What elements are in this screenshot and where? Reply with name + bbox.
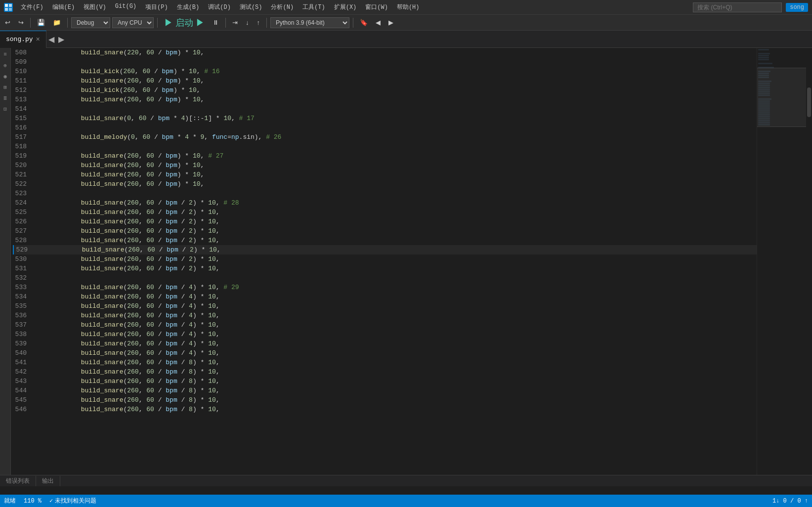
menu-build[interactable]: 生成(B): [173, 2, 204, 12]
line-code[interactable]: build_snare(260, 60 / bpm / 2) * 10,: [35, 226, 757, 236]
line-code[interactable]: build_snare(260, 60 / bpm / 2) * 10,: [36, 245, 757, 254]
menu-help[interactable]: 帮助(H): [393, 2, 424, 12]
step-over-button[interactable]: ⇥: [229, 17, 241, 28]
separator-5: [266, 18, 267, 28]
next-bookmark-button[interactable]: ▶: [385, 17, 396, 28]
run-button[interactable]: ▶ 启动 ▶: [161, 15, 208, 30]
step-out-button[interactable]: ↑: [254, 17, 263, 28]
code-line: 534 build_snare(260, 60 / bpm / 4) * 10,: [13, 292, 757, 301]
line-code[interactable]: build_snare(260, 60 / bpm / 4) * 10,: [35, 320, 757, 330]
line-code[interactable]: build_snare(260, 60 / bpm / 4) * 10,: [35, 348, 757, 358]
menu-extensions[interactable]: 扩展(X): [330, 2, 361, 12]
code-line: 509: [13, 57, 757, 67]
menu-debug[interactable]: 调试(D): [204, 2, 235, 12]
check-icon: ✓: [49, 497, 53, 505]
line-code[interactable]: build_snare(260, 60 / bpm / 8) * 10,: [35, 386, 757, 395]
menu-git[interactable]: Git(G): [111, 2, 140, 12]
line-code[interactable]: build_snare(260, 60 / bpm / 2) * 10, # 2…: [35, 198, 757, 208]
step-into-button[interactable]: ↓: [243, 17, 252, 28]
open-button[interactable]: 📁: [50, 17, 64, 28]
line-code[interactable]: build_snare(260, 60 / bpm) * 10,: [35, 76, 757, 85]
line-code[interactable]: build_snare(260, 60 / bpm / 4) * 10,: [35, 339, 757, 348]
line-code[interactable]: build_snare(260, 60 / bpm / 8) * 10,: [35, 367, 757, 377]
line-code[interactable]: build_snare(260, 60 / bpm / 8) * 10,: [35, 395, 757, 405]
platform-select[interactable]: Any CPU x64 x86: [112, 17, 154, 28]
bottom-area: 错误列表 输出: [0, 475, 812, 486]
line-code[interactable]: build_snare(260, 60 / bpm / 4) * 10,: [35, 292, 757, 301]
line-code[interactable]: build_snare(260, 60 / bpm / 4) * 10,: [35, 330, 757, 339]
line-code[interactable]: build_snare(260, 60 / bpm / 4) * 10, # 2…: [35, 283, 757, 292]
menu-tools[interactable]: 工具(T): [299, 2, 329, 12]
line-code[interactable]: build_snare(260, 60 / bpm / 4) * 10,: [35, 301, 757, 311]
bottom-tab-output[interactable]: 输出: [36, 476, 60, 486]
line-code[interactable]: build_snare(260, 60 / bpm / 2) * 10,: [35, 236, 757, 245]
menu-window[interactable]: 窗口(W): [361, 2, 392, 12]
tab-scroll-left[interactable]: ◀: [46, 35, 56, 44]
code-line: 546 build_snare(260, 60 / bpm / 8) * 10,: [13, 405, 757, 414]
line-code[interactable]: build_snare(260, 60 / bpm) * 10,: [35, 179, 757, 189]
line-number: 544: [13, 386, 35, 395]
window-title: song: [786, 3, 808, 12]
line-code[interactable]: build_snare(260, 60 / bpm / 4) * 10,: [35, 311, 757, 320]
sidebar-icon-circle[interactable]: ◉: [1, 72, 10, 81]
line-code[interactable]: build_snare(260, 60 / bpm) * 10,: [35, 95, 757, 104]
line-code[interactable]: build_melody(0, 60 / bpm * 4 * 9, func=n…: [35, 132, 757, 142]
line-code[interactable]: build_snare(0, 60 / bpm * 4)[::-1] * 10,…: [35, 114, 757, 123]
line-code[interactable]: build_kick(260, 60 / bpm) * 10, # 16: [35, 67, 757, 76]
code-line: 519 build_snare(260, 60 / bpm) * 10, # 2…: [13, 151, 757, 161]
bottom-tab-errors[interactable]: 错误列表: [0, 476, 36, 486]
line-number: 520: [13, 161, 35, 170]
vertical-scrollbar[interactable]: [806, 48, 812, 475]
undo-button[interactable]: ↩: [2, 17, 13, 28]
menu-test[interactable]: 测试(S): [236, 2, 266, 12]
code-line: 540 build_snare(260, 60 / bpm / 4) * 10,: [13, 348, 757, 358]
line-code[interactable]: build_snare(260, 60 / bpm / 2) * 10,: [35, 254, 757, 264]
line-code[interactable]: build_snare(260, 60 / bpm / 2) * 10,: [35, 264, 757, 273]
tab-song-py[interactable]: song.py ×: [0, 31, 46, 48]
scrollbar-thumb[interactable]: [807, 87, 811, 117]
line-code[interactable]: build_snare(260, 60 / bpm) * 10,: [35, 161, 757, 170]
svg-rect-0: [5, 4, 8, 7]
line-code[interactable]: build_kick(260, 60 / bpm) * 10,: [35, 85, 757, 95]
bookmark-button[interactable]: 🔖: [357, 17, 371, 28]
line-number: 527: [13, 226, 35, 236]
line-code[interactable]: build_snare(260, 60 / bpm / 8) * 10,: [35, 377, 757, 386]
line-code[interactable]: build_snare(260, 60 / bpm / 2) * 10,: [35, 217, 757, 226]
search-input[interactable]: [693, 2, 782, 12]
line-number: 545: [13, 395, 35, 405]
line-code[interactable]: build_snare(260, 60 / bpm) * 10, # 27: [35, 151, 757, 161]
code-line: 520 build_snare(260, 60 / bpm) * 10,: [13, 161, 757, 170]
tab-close-button[interactable]: ×: [36, 36, 40, 43]
line-number: 511: [13, 76, 35, 85]
save-button[interactable]: 💾: [34, 17, 48, 28]
line-number: 522: [13, 179, 35, 189]
status-zoom[interactable]: 110 %: [24, 498, 42, 505]
sidebar-icon-grid[interactable]: ⊞: [1, 83, 10, 91]
code-line: 523: [13, 189, 757, 198]
line-number: 541: [13, 358, 35, 367]
menu-file[interactable]: 文件(F): [17, 2, 47, 12]
line-code[interactable]: build_snare(260, 60 / bpm / 2) * 10,: [35, 208, 757, 217]
pause-button[interactable]: ⏸: [210, 17, 222, 28]
menu-project[interactable]: 项目(P): [141, 2, 172, 12]
line-code[interactable]: build_snare(260, 60 / bpm / 8) * 10,: [35, 358, 757, 367]
redo-button[interactable]: ↪: [15, 17, 27, 28]
prev-bookmark-button[interactable]: ◀: [373, 17, 384, 28]
sidebar-icon-menu[interactable]: ≡: [1, 50, 10, 59]
python-interpreter-select[interactable]: Python 3.9 (64-bit) Python 3.8 (64-bit): [270, 17, 349, 28]
menu-analyze[interactable]: 分析(N): [267, 2, 298, 12]
line-code[interactable]: build_snare(260, 60 / bpm) * 10,: [35, 170, 757, 179]
line-number: 523: [13, 189, 35, 198]
code-line: 533 build_snare(260, 60 / bpm / 4) * 10,…: [13, 283, 757, 292]
menu-edit[interactable]: 编辑(E): [48, 2, 79, 12]
menu-view[interactable]: 视图(V): [80, 2, 110, 12]
line-number: 517: [13, 132, 35, 142]
debug-config-select[interactable]: Debug Release: [71, 17, 110, 28]
sidebar-icon-add[interactable]: ⊕: [1, 61, 10, 70]
line-code[interactable]: build_snare(220, 60 / bpm) * 10,: [35, 48, 757, 57]
tab-scroll-right[interactable]: ▶: [56, 35, 66, 44]
sidebar-icon-box[interactable]: ⊡: [1, 104, 10, 113]
line-number: 531: [13, 264, 35, 273]
sidebar-icon-list[interactable]: ≣: [1, 93, 10, 102]
line-code[interactable]: build_snare(260, 60 / bpm / 8) * 10,: [35, 405, 757, 414]
